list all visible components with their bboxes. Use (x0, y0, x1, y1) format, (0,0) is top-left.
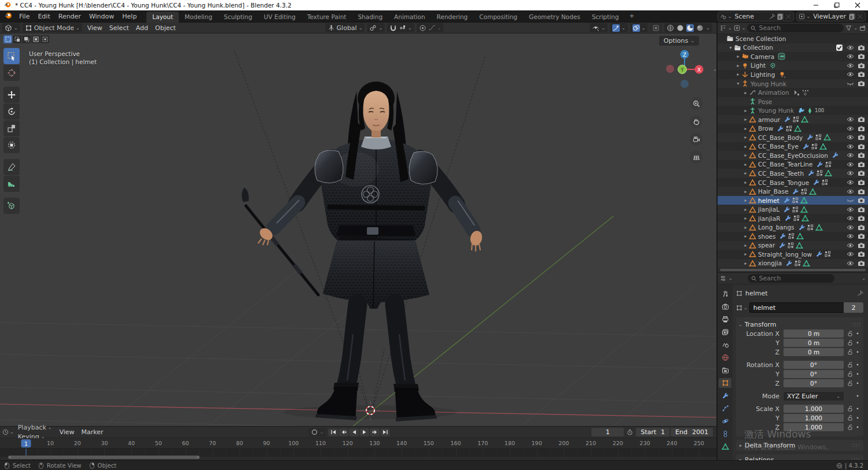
eye-icon[interactable] (847, 260, 854, 267)
camera-icon[interactable] (858, 197, 865, 204)
properties-tab-particles[interactable] (719, 404, 731, 413)
tab-uv-editing[interactable]: UV Editing (258, 12, 301, 23)
expand-toggle[interactable]: ▸ (742, 225, 749, 230)
editor-type-button[interactable]: ⌄ (2, 23, 20, 32)
outliner-row-brow[interactable]: ▸Brow (718, 124, 868, 133)
remove-viewlayer-icon[interactable] (857, 13, 863, 20)
viewport-menu-select[interactable]: Select (106, 24, 133, 32)
xray-toggle[interactable] (650, 23, 662, 32)
outliner-row-cc-base-tongue[interactable]: ▸CC_Base_Tongue (718, 178, 868, 187)
jump-to-start-button[interactable] (328, 428, 338, 436)
expand-toggle[interactable]: ▸ (742, 180, 749, 185)
camera-icon[interactable] (858, 169, 865, 177)
camera-icon[interactable] (858, 80, 865, 87)
tab-layout[interactable]: Layout (146, 12, 179, 23)
camera-icon[interactable] (858, 151, 865, 159)
eye-icon[interactable] (847, 143, 854, 150)
expand-toggle[interactable]: ▸ (742, 126, 749, 131)
new-viewlayer-icon[interactable] (849, 13, 855, 20)
properties-tab-object-data[interactable] (719, 442, 731, 452)
maximize-button[interactable] (826, 0, 847, 10)
properties-tab-physics[interactable] (719, 416, 731, 426)
animate-dot[interactable]: • (854, 362, 861, 368)
outliner-row-hair-base[interactable]: ▸Hair_Base (718, 187, 868, 196)
properties-tab-modifiers[interactable] (719, 391, 731, 401)
viewport-menu-add[interactable]: Add (133, 24, 152, 32)
eye-icon[interactable] (847, 169, 854, 177)
expand-toggle[interactable]: ▸ (742, 207, 749, 212)
viewport-menu-object[interactable]: Object (152, 24, 179, 32)
tab-modeling[interactable]: Modeling (179, 12, 218, 23)
frame-start-field[interactable]: Start1 (636, 428, 670, 436)
camera-icon[interactable] (858, 62, 865, 69)
outliner-row-lighting[interactable]: ▸Lighting (718, 70, 868, 79)
outliner-row-camera[interactable]: ▸Camera (718, 52, 868, 61)
camera-icon[interactable] (858, 179, 865, 186)
pin-icon[interactable] (857, 290, 863, 297)
unlink-scene-icon[interactable] (785, 13, 792, 20)
overlays-toggle[interactable]: ⌄ (630, 23, 648, 32)
tool-add-cube[interactable] (3, 198, 20, 214)
expand-toggle[interactable]: ▸ (742, 90, 749, 95)
tool-measure[interactable] (3, 176, 20, 192)
tab-texture-paint[interactable]: Texture Paint (301, 12, 352, 23)
camera-icon[interactable] (858, 242, 865, 249)
shading-solid-icon[interactable] (676, 24, 684, 32)
ortho-toggle-button[interactable] (690, 151, 703, 164)
tab-sculpting[interactable]: Sculpting (218, 12, 258, 23)
mode-selector[interactable]: Object Mode ⌄ (23, 23, 82, 32)
camera-icon[interactable] (858, 214, 865, 222)
tab-geometry-nodes[interactable]: Geometry Nodes (523, 12, 586, 23)
outliner-row-pose[interactable]: Pose (718, 97, 868, 106)
eye-icon[interactable] (847, 116, 854, 123)
pin-icon[interactable] (769, 13, 775, 20)
outliner-row-armour[interactable]: ▸armour (718, 115, 868, 124)
outliner-row-collection[interactable]: ▾Collection (718, 43, 868, 53)
expand-toggle[interactable]: ▸ (742, 243, 749, 248)
outliner-row-cc-base-eyeocclusion[interactable]: ▸CC_Base_EyeOcclusion (718, 151, 868, 160)
outliner-row-xiongjia[interactable]: ▸xiongjia (718, 259, 868, 268)
animate-dot[interactable]: • (854, 349, 861, 355)
play-button[interactable] (359, 428, 369, 436)
filter-icon[interactable] (845, 25, 852, 31)
transform-value-field[interactable]: 0 m (784, 330, 844, 338)
timeline-menu-view[interactable]: View (56, 428, 78, 436)
eye-icon[interactable] (847, 214, 854, 222)
lock-open-icon[interactable] (846, 362, 854, 368)
users-count-badge[interactable]: 2 (844, 302, 863, 313)
select-mode-invert[interactable] (31, 35, 40, 43)
outliner-row-spear[interactable]: ▸spear (718, 241, 868, 250)
tab-compositing[interactable]: Compositing (473, 12, 523, 23)
animate-dot[interactable]: • (854, 415, 861, 421)
select-mode-extend[interactable] (13, 35, 21, 43)
expand-toggle[interactable]: ▸ (742, 216, 749, 221)
tab-shading[interactable]: Shading (352, 12, 388, 23)
outliner-row-cc-base-tearline[interactable]: ▸CC_Base_TearLine (718, 160, 868, 169)
eye-icon[interactable] (847, 206, 854, 213)
pan-view-button[interactable] (690, 115, 703, 128)
viewport-3d[interactable]: User Perspective (1) Collection | helmet… (0, 34, 716, 426)
play-reverse-button[interactable] (349, 428, 359, 436)
animate-dot[interactable]: • (854, 406, 861, 412)
expand-toggle[interactable]: ▾ (735, 81, 741, 86)
panel-grip-icon[interactable]: :::: (852, 322, 861, 327)
tool-cursor[interactable] (3, 65, 20, 81)
show-object-types[interactable]: ⌄ (590, 23, 608, 32)
shading-rendered-icon[interactable] (696, 24, 704, 32)
outliner-row-young-hunk[interactable]: ▾Young Hunk (718, 79, 868, 88)
select-mode-subtract[interactable] (22, 35, 31, 43)
checkbox-icon[interactable] (836, 44, 843, 51)
timeline-editor-icon[interactable] (2, 429, 9, 435)
expand-toggle[interactable]: ▸ (742, 108, 749, 113)
expand-toggle[interactable]: ▸ (742, 144, 749, 149)
properties-tab-output[interactable] (719, 314, 731, 324)
camera-icon[interactable] (858, 143, 865, 150)
outliner-row-cc-base-teeth[interactable]: ▸CC_Base_Teeth (718, 169, 868, 178)
navigation-gizmo[interactable]: Z X Y (663, 48, 706, 91)
blender-menu-icon[interactable] (3, 12, 13, 20)
expand-toggle[interactable]: ▾ (727, 45, 734, 50)
expand-toggle[interactable]: ▸ (742, 162, 749, 167)
expand-toggle[interactable]: ▸ (742, 153, 749, 158)
animate-dot[interactable]: • (854, 371, 861, 377)
close-button[interactable] (847, 0, 868, 10)
